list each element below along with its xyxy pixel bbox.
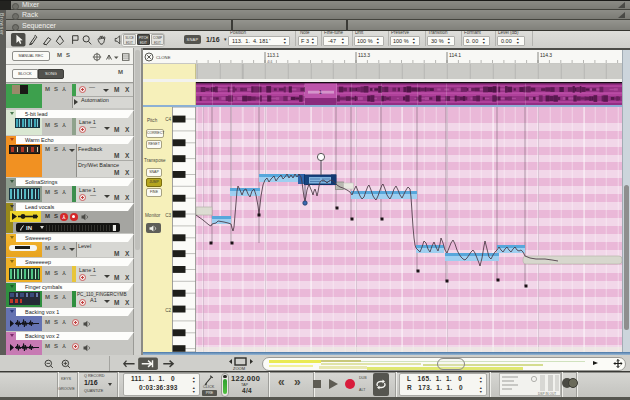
svg-text:IN: IN (26, 225, 32, 231)
svg-text:113.1: 113.1 (267, 52, 279, 58)
svg-text:114.1: 114.1 (449, 52, 461, 58)
svg-text:114.3: 114.3 (540, 52, 552, 58)
svg-text:113.3: 113.3 (358, 52, 370, 58)
svg-text:DSP IN OUT: DSP IN OUT (538, 392, 556, 396)
svg-text:ZOOM: ZOOM (233, 366, 245, 371)
svg-text:1: 1 (319, 89, 322, 95)
svg-text:4/4: 4/4 (267, 60, 272, 64)
